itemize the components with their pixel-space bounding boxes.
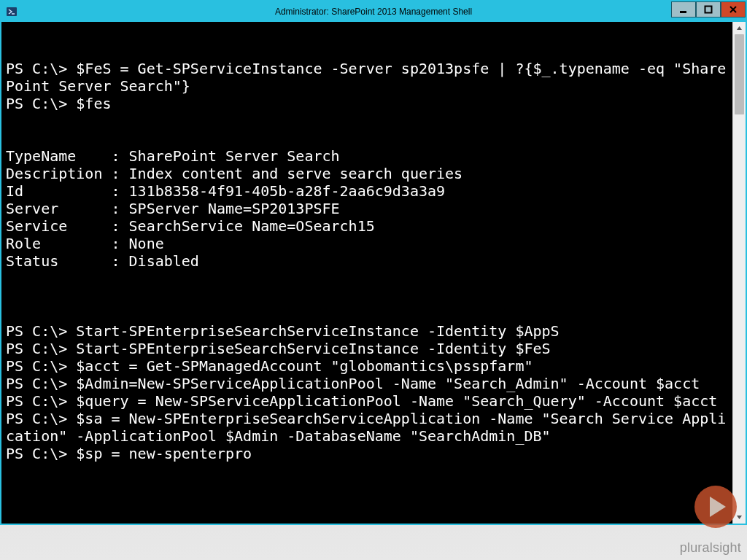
- scroll-track[interactable]: [733, 34, 746, 511]
- desktop: Administrator: SharePoint 2013 Managemen…: [0, 0, 747, 560]
- vertical-scrollbar[interactable]: [732, 22, 746, 524]
- window-controls: [671, 1, 746, 18]
- close-button[interactable]: [721, 1, 746, 18]
- window-title: Administrator: SharePoint 2013 Managemen…: [1, 7, 746, 17]
- minimize-button[interactable]: [671, 1, 696, 18]
- branding-watermark: pluralsight: [680, 540, 741, 556]
- maximize-button[interactable]: [696, 1, 721, 18]
- console-output[interactable]: PS C:\> $FeS = Get-SPServiceInstance -Se…: [1, 22, 732, 524]
- client-area: PS C:\> $FeS = Get-SPServiceInstance -Se…: [1, 22, 746, 524]
- svg-rect-3: [705, 7, 712, 13]
- svg-rect-2: [680, 11, 686, 13]
- play-triangle-icon: [710, 497, 726, 517]
- branding-text: pluralsight: [680, 540, 741, 556]
- powershell-window: Administrator: SharePoint 2013 Managemen…: [0, 0, 747, 525]
- titlebar[interactable]: Administrator: SharePoint 2013 Managemen…: [1, 1, 746, 22]
- scroll-thumb[interactable]: [735, 34, 744, 114]
- powershell-icon: [6, 6, 18, 18]
- scroll-up-button[interactable]: [733, 22, 746, 34]
- play-icon[interactable]: [694, 486, 737, 528]
